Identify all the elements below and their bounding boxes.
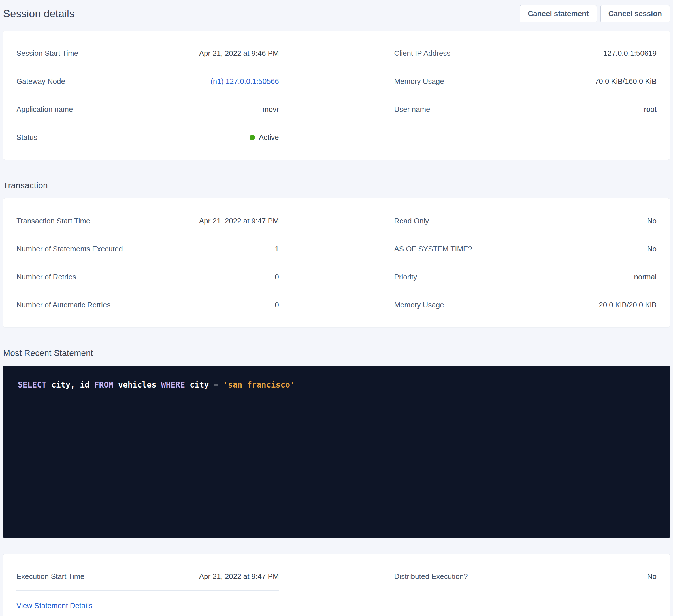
row-label: Number of Retries — [16, 273, 76, 281]
execution-left-column: Execution Start Time Apr 21, 2022 at 9:4… — [16, 563, 279, 610]
status-row: Status Active — [16, 123, 279, 151]
page-header: Session details Cancel statement Cancel … — [3, 5, 670, 22]
row-label: Memory Usage — [394, 77, 444, 85]
transaction-start-time-row: Transaction Start Time Apr 21, 2022 at 9… — [16, 207, 279, 235]
row-label: Status — [16, 133, 37, 141]
execution-card: Execution Start Time Apr 21, 2022 at 9:4… — [3, 554, 670, 616]
gateway-node-link[interactable]: (n1) 127.0.0.1:50566 — [210, 77, 279, 85]
sql-statement: SELECT city, id FROM vehicles WHERE city… — [18, 380, 295, 389]
row-value: 20.0 KiB/20.0 KiB — [599, 301, 657, 309]
session-summary-card: Session Start Time Apr 21, 2022 at 9:46 … — [3, 31, 670, 160]
session-start-time-row: Session Start Time Apr 21, 2022 at 9:46 … — [16, 39, 279, 67]
transaction-right-column: Read Only No AS OF SYSTEM TIME? No Prior… — [394, 207, 657, 319]
client-ip-row: Client IP Address 127.0.0.1:50619 — [394, 39, 657, 67]
row-label: Read Only — [394, 217, 429, 225]
page-title: Session details — [3, 8, 74, 20]
row-value: movr — [263, 105, 279, 113]
row-label: AS OF SYSTEM TIME? — [394, 245, 472, 253]
automatic-retries-row: Number of Automatic Retries 0 — [16, 291, 279, 319]
sql-keyword: FROM — [94, 380, 113, 389]
read-only-row: Read Only No — [394, 207, 657, 235]
row-value: No — [647, 572, 657, 581]
application-name-row: Application name movr — [16, 95, 279, 123]
gateway-node-row: Gateway Node (n1) 127.0.0.1:50566 — [16, 67, 279, 95]
cancel-statement-button[interactable]: Cancel statement — [520, 5, 597, 22]
row-value: 0 — [275, 273, 279, 281]
transaction-heading: Transaction — [3, 181, 670, 190]
row-label: Distributed Execution? — [394, 572, 468, 581]
row-value: No — [647, 245, 657, 253]
cancel-session-button[interactable]: Cancel session — [601, 5, 670, 22]
row-label: Number of Statements Executed — [16, 245, 123, 253]
row-value: Apr 21, 2022 at 9:47 PM — [199, 572, 279, 581]
row-value: Apr 21, 2022 at 9:47 PM — [199, 217, 279, 225]
transaction-card: Transaction Start Time Apr 21, 2022 at 9… — [3, 199, 670, 327]
row-value: 127.0.0.1:50619 — [603, 49, 657, 57]
view-statement-details-row: View Statement Details — [16, 591, 279, 610]
row-label: User name — [394, 105, 430, 113]
row-label: Number of Automatic Retries — [16, 301, 110, 309]
row-value: root — [644, 105, 657, 113]
sql-text: city, id — [46, 380, 94, 389]
row-value: 0 — [275, 301, 279, 309]
row-value: Apr 21, 2022 at 9:46 PM — [199, 49, 279, 57]
row-label: Application name — [16, 105, 73, 113]
row-label: Priority — [394, 273, 417, 281]
user-name-row: User name root — [394, 95, 657, 123]
priority-row: Priority normal — [394, 263, 657, 291]
distributed-execution-row: Distributed Execution? No — [394, 563, 657, 590]
most-recent-statement-heading: Most Recent Statement — [3, 348, 670, 358]
status-value: Active — [259, 133, 279, 141]
sql-statement-box: SELECT city, id FROM vehicles WHERE city… — [3, 366, 670, 538]
status-badge: Active — [250, 133, 279, 141]
sql-keyword: SELECT — [18, 380, 46, 389]
row-label: Memory Usage — [394, 301, 444, 309]
number-of-retries-row: Number of Retries 0 — [16, 263, 279, 291]
statements-executed-row: Number of Statements Executed 1 — [16, 235, 279, 263]
session-details-page: Session details Cancel statement Cancel … — [0, 0, 673, 616]
sql-text: city = — [185, 380, 223, 389]
memory-usage-row: Memory Usage 70.0 KiB/160.0 KiB — [394, 67, 657, 95]
row-label: Client IP Address — [394, 49, 450, 57]
row-value: No — [647, 217, 657, 225]
status-active-dot-icon — [250, 135, 255, 140]
row-label: Session Start Time — [16, 49, 78, 57]
header-actions: Cancel statement Cancel session — [520, 5, 670, 22]
transaction-left-column: Transaction Start Time Apr 21, 2022 at 9… — [16, 207, 279, 319]
row-label: Transaction Start Time — [16, 217, 90, 225]
session-right-column: Client IP Address 127.0.0.1:50619 Memory… — [394, 39, 657, 123]
transaction-memory-usage-row: Memory Usage 20.0 KiB/20.0 KiB — [394, 291, 657, 319]
row-value: 70.0 KiB/160.0 KiB — [595, 77, 657, 85]
view-statement-details-link[interactable]: View Statement Details — [16, 601, 92, 610]
sql-string-literal: 'san francisco' — [223, 380, 295, 389]
session-left-column: Session Start Time Apr 21, 2022 at 9:46 … — [16, 39, 279, 151]
row-label: Gateway Node — [16, 77, 65, 85]
row-label: Execution Start Time — [16, 572, 84, 581]
row-value: normal — [634, 273, 657, 281]
execution-start-time-row: Execution Start Time Apr 21, 2022 at 9:4… — [16, 563, 279, 591]
sql-text: vehicles — [113, 380, 161, 389]
execution-right-column: Distributed Execution? No — [394, 563, 657, 590]
as-of-system-time-row: AS OF SYSTEM TIME? No — [394, 235, 657, 263]
sql-keyword: WHERE — [161, 380, 185, 389]
row-value: 1 — [275, 245, 279, 253]
